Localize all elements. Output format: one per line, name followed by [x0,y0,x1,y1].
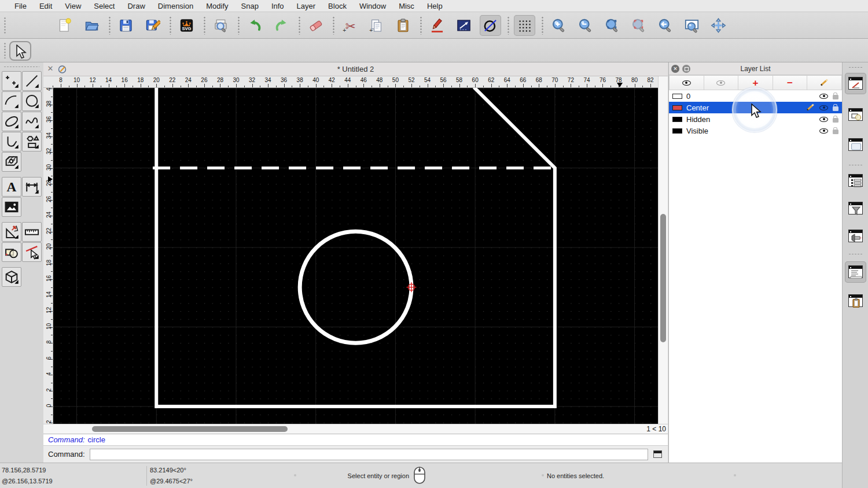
layer-lock-icon[interactable] [833,106,838,111]
toolbar-drag-handle[interactable] [4,42,6,58]
layer-visibility-icon[interactable] [819,94,828,99]
print-preview-button[interactable] [210,15,231,36]
command-dock-button[interactable] [845,261,866,283]
layer-color-swatch[interactable] [672,117,682,122]
dock-drag-handle[interactable] [848,66,862,68]
polyline-tool-button[interactable] [2,132,21,151]
block-tool-button[interactable] [2,242,21,262]
dimension-tool-button[interactable] [22,177,42,197]
entity-list-dock-button[interactable] [845,170,866,191]
draw-pen-button[interactable] [426,15,448,36]
menu-view[interactable]: View [58,0,87,12]
save-button[interactable] [115,15,137,36]
edit-layer-icon[interactable] [807,104,814,112]
layer-row-visible[interactable]: Visible [669,125,842,136]
export-svg-button[interactable]: SVG [176,15,197,36]
copy-button[interactable]: + [366,15,387,36]
line-tool-button[interactable] [22,71,42,91]
circle-tool-button[interactable] [22,91,42,111]
menu-modify[interactable]: Modify [200,0,234,12]
clamp-dock-icon [848,230,863,242]
zoom-pan-button[interactable] [708,15,729,36]
menu-window[interactable]: Window [353,0,392,12]
menu-misc[interactable]: Misc [392,0,421,12]
clamp-dock-button[interactable] [845,225,866,247]
menu-edit[interactable]: Edit [33,0,58,12]
zoom-previous-button[interactable] [628,15,649,36]
layer-lock-icon[interactable] [833,118,838,123]
menu-snap[interactable]: Snap [235,0,265,12]
ruler-tick [403,86,404,88]
measure-tool-button[interactable] [22,222,42,242]
menu-select[interactable]: Select [87,0,121,12]
new-file-button[interactable] [54,15,76,36]
layer-color-swatch[interactable] [672,94,682,99]
circle-tool-button[interactable] [480,15,501,36]
layer-list-dock-button[interactable] [845,73,866,94]
points-tool-button[interactable] [2,71,21,91]
modify-layer-button[interactable] [807,75,842,90]
select-arrow-button[interactable] [9,41,31,61]
arc-tool-button[interactable] [2,91,21,111]
zoom-in-button[interactable] [548,15,569,36]
remove-layer-button[interactable]: − [773,75,808,90]
hatch-tool-button[interactable] [2,152,21,172]
ruler-tick [348,84,348,87]
save-as-button[interactable] [142,15,163,36]
drawing-canvas[interactable] [53,88,658,424]
line-tool-button[interactable] [453,15,475,36]
zoom-back-button[interactable] [654,15,676,36]
polygon-tool-button[interactable] [22,132,42,151]
zoom-auto-button[interactable] [601,15,623,36]
select-entity-tool-button[interactable] [22,242,42,262]
menu-layer[interactable]: Layer [290,0,322,12]
layer-color-swatch[interactable] [672,128,682,134]
command-input[interactable] [90,449,648,460]
command-dock-toggle-button[interactable] [652,449,664,460]
cut-button[interactable]: ✂+ [339,15,361,36]
modify-tool-button[interactable] [2,222,21,242]
drawing-view: ✕ * Untitled 2 8101214161820222426283032… [43,62,668,463]
eraser-button[interactable] [305,15,326,36]
add-layer-button[interactable]: + [738,75,773,90]
layer-row-0[interactable]: 0 [669,90,842,102]
ruler-tick [51,239,53,240]
layer-visibility-icon[interactable] [819,105,828,110]
layer-visibility-icon[interactable] [819,117,828,122]
spline-tool-button[interactable] [22,112,42,131]
menu-block[interactable]: Block [322,0,353,12]
horizontal-scrollbar-thumb[interactable] [92,426,288,432]
library-browser-dock-button[interactable] [845,134,866,156]
open-file-button[interactable] [81,15,102,36]
menu-dimension[interactable]: Dimension [152,0,200,12]
hide-all-layers-button[interactable] [704,75,739,90]
menu-draw[interactable]: Draw [121,0,151,12]
redo-button[interactable] [271,15,292,36]
block-list-dock-button[interactable] [845,104,866,125]
layer-color-swatch[interactable] [672,105,682,110]
paste-button[interactable] [392,15,414,36]
show-all-layers-button[interactable] [669,75,704,90]
zoom-window-button[interactable] [681,15,703,36]
toolbar-drag-handle[interactable] [4,17,6,34]
menu-info[interactable]: Info [265,0,290,12]
ellipse-tool-button[interactable] [2,112,21,131]
zoom-out-button[interactable] [575,15,596,36]
horizontal-scrollbar[interactable]: 1 < 10 [43,424,668,434]
menu-file[interactable]: File [8,0,33,12]
image-tool-button[interactable] [2,197,21,217]
clipboard-dock-button[interactable] [845,290,866,312]
vertical-scrollbar-thumb[interactable] [660,214,666,342]
text-tool-button[interactable]: A [2,177,21,197]
layer-lock-icon[interactable] [833,95,838,99]
palette-drag-handle[interactable] [3,66,39,68]
menu-help[interactable]: Help [421,0,449,12]
vertical-scrollbar[interactable] [658,76,668,424]
ruler-tick [51,303,53,304]
filter-dock-button[interactable] [845,198,866,219]
undo-button[interactable] [244,15,266,36]
grid-toggle-button[interactable] [514,15,535,36]
layer-visibility-icon[interactable] [819,128,828,134]
solid-3d-tool-button[interactable] [2,267,21,287]
layer-lock-icon[interactable] [833,130,838,134]
